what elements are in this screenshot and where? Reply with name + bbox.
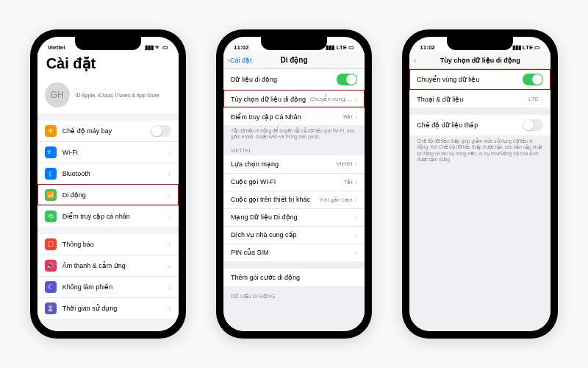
chevron-right-icon: › <box>541 95 543 103</box>
chevron-right-icon: › <box>168 191 171 199</box>
row-cellular[interactable]: 📶 Di động › <box>37 184 179 205</box>
chevron-right-icon: › <box>355 213 357 222</box>
network-label: LTE <box>523 44 534 51</box>
row-hotspot[interactable]: ⟲ Điểm truy cập cá nhân › <box>37 205 179 227</box>
carrier-label: Viettel <box>48 44 65 51</box>
row-value: Tắt <box>344 179 353 185</box>
row-label: Điểm truy cập cá nhân <box>62 213 169 220</box>
row-label: Thêm gói cước di động <box>231 274 357 281</box>
row-label: Bluetooth <box>62 170 169 177</box>
row-dnd[interactable]: ☾ Không làm phiền › <box>37 276 179 297</box>
row-network-selection[interactable]: Lựa chọn mạng Viettel › <box>223 155 365 173</box>
phone-frame-3: 11:02 ▮▮▮ LTE ▭ ‹ Tùy chọn dữ liệu di độ… <box>402 29 558 339</box>
status-icons: ▮▮▮ LTE ▭ <box>512 44 541 51</box>
section-footnote: Chế độ dữ liệu thấp giúp giảm mức sử dụn… <box>409 135 551 163</box>
row-label: Âm thanh & cảm ứng <box>62 262 169 269</box>
low-data-toggle[interactable] <box>523 119 543 131</box>
back-button[interactable]: ‹ <box>414 57 416 64</box>
signal-icon: ▮▮▮ <box>145 44 154 51</box>
chevron-right-icon: › <box>355 231 357 239</box>
chevron-right-icon: › <box>355 196 357 204</box>
network-label: LTE <box>336 44 347 51</box>
avatar: GH <box>45 82 70 107</box>
row-label: Cuộc gọi trên thiết bị khác <box>231 196 320 203</box>
row-voice-data[interactable]: Thoại & dữ liệu LTE › <box>409 90 551 107</box>
apple-id-row[interactable]: GH ID Apple, iCloud, iTunes & App Store <box>37 77 179 113</box>
status-icons: ▮▮▮ LTE ▭ <box>326 44 354 51</box>
airplane-toggle[interactable] <box>151 125 171 137</box>
nav-title: Di động <box>280 56 307 64</box>
row-notifications[interactable]: ☐ Thông báo › <box>37 234 179 255</box>
signal-icon: ▮▮▮ <box>326 44 334 51</box>
row-label: Không làm phiền <box>62 283 169 291</box>
screen-data-options: 11:02 ▮▮▮ LTE ▭ ‹ Tùy chọn dữ liệu di độ… <box>409 37 551 331</box>
airplane-icon: ✈ <box>45 125 57 137</box>
row-value: Khi gần bạn <box>320 197 353 203</box>
chevron-right-icon: › <box>168 213 171 221</box>
bluetooth-icon: ᛒ <box>45 168 57 180</box>
signal-icon: ▮▮▮ <box>512 44 521 51</box>
chevron-right-icon: › <box>168 283 171 291</box>
back-button[interactable]: ‹ Cài đặt <box>228 57 252 64</box>
row-label: Lựa chọn mạng <box>231 160 337 168</box>
dnd-icon: ☾ <box>45 281 57 293</box>
roaming-toggle[interactable] <box>523 74 543 85</box>
row-data-roaming[interactable]: Chuyển vùng dữ liệu <box>409 69 551 90</box>
cellular-icon: 📶 <box>45 189 57 201</box>
time-label: 11:02 <box>420 44 434 51</box>
row-mobile-data[interactable]: Dữ liệu di động <box>223 69 365 90</box>
notch <box>447 37 513 50</box>
row-label: Mạng Dữ liệu Di động <box>231 213 355 221</box>
row-label: Wi-Fi <box>62 149 169 156</box>
row-value: Bật <box>343 113 353 120</box>
hotspot-icon: ⟲ <box>45 210 57 222</box>
phone-frame-2: 11:02 ▮▮▮ LTE ▭ ‹ Cài đặt Di động Dữ liệ… <box>216 29 372 339</box>
notch <box>261 37 327 50</box>
row-low-data-mode[interactable]: Chế độ dữ liệu thấp <box>409 115 551 135</box>
row-label: Thời gian sử dụng <box>62 305 169 312</box>
row-label: Dữ liệu di động <box>231 76 337 83</box>
row-bluetooth[interactable]: ᛒ Bluetooth › <box>37 163 179 184</box>
apple-id-subtitle: ID Apple, iCloud, iTunes & App Store <box>76 93 159 98</box>
chevron-left-icon: ‹ <box>414 57 416 64</box>
mobile-data-toggle[interactable] <box>337 74 357 85</box>
battery-icon: ▭ <box>348 44 354 51</box>
chevron-right-icon: › <box>355 113 357 121</box>
row-screentime[interactable]: ⏳ Thời gian sử dụng › <box>37 297 179 319</box>
row-label: Chế độ máy bay <box>62 127 151 135</box>
page-title: Cài đặt <box>37 52 179 77</box>
chevron-right-icon: › <box>355 95 357 103</box>
row-wifi[interactable]: ᯤ Wi-Fi › <box>37 141 179 163</box>
row-sim-pin[interactable]: PIN của SIM › <box>223 244 365 261</box>
notifications-icon: ☐ <box>45 238 57 250</box>
row-personal-hotspot[interactable]: Điểm truy cập Cá Nhân Bật › <box>223 107 365 125</box>
wifi-icon: ᯤ <box>155 44 161 51</box>
row-data-options[interactable]: Tùy chọn dữ liệu di động Chuyển vùng:… › <box>223 90 365 107</box>
notch <box>75 37 141 50</box>
row-label: Chuyển vùng dữ liệu <box>417 76 523 83</box>
row-value: LTE <box>528 96 539 102</box>
row-value: Viettel <box>337 160 353 167</box>
row-value: Chuyển vùng:… <box>310 96 353 102</box>
section-header-carrier: VIETTEL <box>223 141 365 155</box>
chevron-right-icon: › <box>355 160 357 168</box>
row-wifi-calling[interactable]: Cuộc gọi Wi-Fi Tắt › <box>223 173 365 191</box>
nav-title: Tùy chọn dữ liệu di động <box>440 57 520 64</box>
row-airplane[interactable]: ✈ Chế độ máy bay <box>37 121 179 141</box>
chevron-right-icon: › <box>168 170 171 178</box>
row-sounds[interactable]: 🔊 Âm thanh & cảm ứng › <box>37 255 179 276</box>
row-label: Chế độ dữ liệu thấp <box>417 121 523 129</box>
row-add-plan[interactable]: Thêm gói cước di động <box>223 269 365 286</box>
row-carrier-services[interactable]: Dịch vụ nhà cung cấp › <box>223 226 365 244</box>
row-calls-other-devices[interactable]: Cuộc gọi trên thiết bị khác Khi gần bạn … <box>223 191 365 208</box>
battery-icon: ▭ <box>534 44 540 51</box>
chevron-right-icon: › <box>168 262 171 270</box>
chevron-right-icon: › <box>355 249 357 257</box>
chevron-right-icon: › <box>168 149 171 157</box>
chevron-right-icon: › <box>168 241 171 249</box>
row-label: Tùy chọn dữ liệu di động <box>231 96 310 103</box>
wifi-icon: ᯤ <box>45 146 57 158</box>
row-label: Điểm truy cập Cá Nhân <box>231 113 343 121</box>
section-header-data: DỮ LIỆU DI ĐỘNG <box>223 286 365 302</box>
row-cellular-data-network[interactable]: Mạng Dữ liệu Di động › <box>223 208 365 226</box>
